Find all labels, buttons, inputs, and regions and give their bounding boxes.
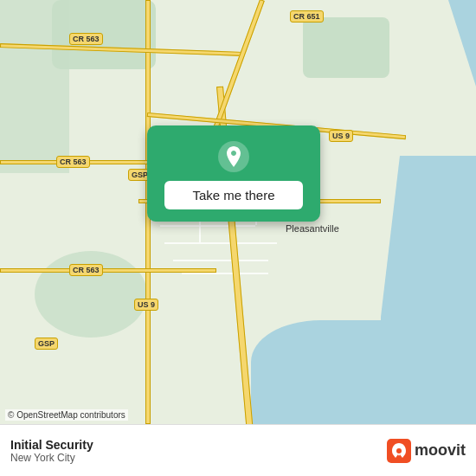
pleasantville-label: Pleasantville	[286, 223, 339, 234]
location-subtitle: New York City	[10, 452, 378, 464]
water-bottom	[251, 320, 424, 424]
gsp-label-2: GSP	[35, 338, 58, 350]
us9-label-1: US 9	[329, 130, 353, 142]
street-line	[182, 273, 268, 274]
moovit-icon	[387, 439, 411, 463]
us9-label-2: US 9	[134, 299, 158, 311]
cr563-road-3	[0, 268, 216, 273]
svg-point-2	[396, 448, 402, 453]
location-info: Initial Security New York City	[10, 438, 378, 464]
cr563-label-2: CR 563	[56, 156, 90, 168]
park-area-2	[303, 17, 389, 78]
location-pin-icon	[218, 141, 249, 172]
street-line	[164, 242, 277, 244]
popup-card: Take me there	[147, 125, 320, 222]
cr563-label-1: CR 563	[69, 33, 103, 45]
take-me-there-button[interactable]: Take me there	[164, 181, 303, 209]
park-area-3	[0, 0, 69, 173]
street-line	[173, 260, 268, 261]
map-container: CR 563 CR 563 CR 563 GSP GSP US 9 US 9 C…	[0, 0, 476, 424]
map-attribution: © OpenStreetMap contributors	[5, 409, 128, 421]
location-title: Initial Security	[10, 438, 378, 452]
bottom-bar: Initial Security New York City moovit	[0, 424, 476, 476]
street-line	[160, 225, 255, 227]
cr563-label-3: CR 563	[69, 264, 103, 276]
moovit-label: moovit	[415, 441, 466, 460]
moovit-logo: moovit	[387, 439, 466, 463]
nj651-label: CR 651	[290, 10, 324, 23]
